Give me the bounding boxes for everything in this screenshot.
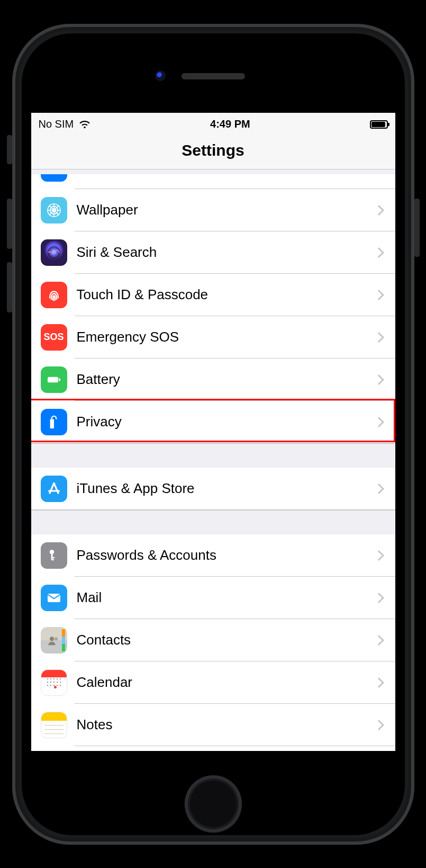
settings-row-wallpaper[interactable]: Wallpaper bbox=[31, 189, 395, 231]
settings-row-label: Mail bbox=[67, 589, 375, 606]
chevron-right-icon bbox=[374, 417, 384, 427]
chevron-right-icon bbox=[374, 484, 384, 494]
settings-row-label: Privacy bbox=[67, 414, 375, 430]
notes-icon bbox=[41, 712, 67, 738]
group-spacer bbox=[31, 443, 395, 468]
chevron-right-icon bbox=[374, 332, 384, 343]
svg-rect-6 bbox=[59, 378, 60, 381]
contacts-icon bbox=[41, 627, 67, 654]
svg-rect-5 bbox=[48, 377, 58, 382]
home-button[interactable] bbox=[185, 775, 242, 833]
battery-icon bbox=[41, 366, 67, 393]
chevron-right-icon bbox=[374, 205, 384, 216]
touchid-icon bbox=[41, 282, 67, 308]
privacy-icon bbox=[41, 409, 67, 435]
settings-row-battery[interactable]: Battery bbox=[31, 359, 395, 401]
status-bar: No SIM 4:49 PM bbox=[31, 113, 395, 136]
settings-row-appstore[interactable]: iTunes & App Store bbox=[31, 468, 395, 510]
settings-row-calendar[interactable]: Calendar bbox=[31, 661, 395, 704]
keys-icon bbox=[41, 542, 67, 569]
volume-down-button[interactable] bbox=[7, 262, 12, 312]
earpiece-speaker bbox=[182, 73, 245, 79]
settings-list[interactable]: AAWallpaperSiri & SearchTouch ID & Passc… bbox=[31, 174, 395, 751]
settings-row-label: Touch ID & Passcode bbox=[67, 287, 375, 303]
svg-rect-10 bbox=[52, 559, 54, 560]
chevron-right-icon bbox=[374, 593, 384, 603]
settings-row-sos[interactable]: SOSEmergency SOS bbox=[31, 316, 395, 359]
settings-row-label: Notes bbox=[67, 717, 375, 733]
volume-up-button[interactable] bbox=[7, 199, 12, 249]
chevron-right-icon bbox=[374, 720, 384, 730]
mail-icon bbox=[41, 585, 67, 611]
settings-row-passwords[interactable]: Passwords & Accounts bbox=[31, 534, 395, 577]
settings-group: AAWallpaperSiri & SearchTouch ID & Passc… bbox=[31, 174, 395, 443]
page-title: Settings bbox=[31, 136, 395, 169]
display-icon: AA bbox=[41, 174, 67, 182]
chevron-right-icon bbox=[374, 374, 384, 385]
chevron-right-icon bbox=[374, 550, 384, 561]
settings-row-contacts[interactable]: Contacts bbox=[31, 619, 395, 661]
chevron-right-icon bbox=[374, 677, 384, 688]
wifi-icon bbox=[79, 119, 90, 130]
settings-row-touchid[interactable]: Touch ID & Passcode bbox=[31, 274, 395, 316]
svg-point-12 bbox=[50, 637, 54, 641]
front-camera bbox=[155, 70, 166, 81]
settings-row-notes[interactable]: Notes bbox=[31, 704, 395, 746]
carrier-label: No SIM bbox=[39, 118, 74, 130]
svg-rect-11 bbox=[48, 594, 60, 602]
settings-row-label: Contacts bbox=[67, 632, 375, 648]
settings-row-label: Siri & Search bbox=[67, 244, 375, 261]
sos-icon: SOS bbox=[41, 324, 67, 351]
group-spacer bbox=[31, 510, 395, 534]
settings-row-label: Emergency SOS bbox=[67, 329, 375, 345]
screen: No SIM 4:49 PM Settings AAWallpaperSiri … bbox=[31, 113, 395, 751]
svg-point-13 bbox=[54, 637, 57, 640]
top-bezel bbox=[22, 33, 405, 113]
iphone-frame: No SIM 4:49 PM Settings AAWallpaperSiri … bbox=[12, 24, 414, 845]
settings-group: Passwords & AccountsMailContactsCalendar… bbox=[31, 534, 395, 751]
appstore-icon bbox=[41, 476, 67, 502]
settings-row-label: Calendar bbox=[67, 674, 375, 691]
battery-icon bbox=[370, 120, 388, 129]
bottom-bezel bbox=[22, 751, 405, 835]
svg-rect-9 bbox=[52, 557, 55, 558]
settings-group: iTunes & App Store bbox=[31, 468, 395, 510]
power-button[interactable] bbox=[414, 199, 420, 257]
settings-row-label: Wallpaper bbox=[67, 202, 375, 218]
mute-switch[interactable] bbox=[7, 135, 12, 164]
settings-row-siri[interactable]: Siri & Search bbox=[31, 231, 395, 274]
clock-label: 4:49 PM bbox=[90, 118, 369, 130]
phone-inner: No SIM 4:49 PM Settings AAWallpaperSiri … bbox=[22, 33, 405, 835]
calendar-icon bbox=[41, 669, 67, 696]
svg-rect-8 bbox=[51, 553, 52, 560]
settings-row-label: iTunes & App Store bbox=[67, 480, 375, 497]
chevron-right-icon bbox=[374, 290, 384, 300]
settings-row-display[interactable]: AA bbox=[31, 174, 395, 189]
settings-row-mail[interactable]: Mail bbox=[31, 577, 395, 619]
settings-row-label: Passwords & Accounts bbox=[67, 547, 375, 563]
settings-row-privacy[interactable]: Privacy bbox=[31, 401, 395, 443]
settings-row-reminders[interactable]: Reminders bbox=[31, 746, 395, 751]
siri-icon bbox=[41, 239, 67, 266]
chevron-right-icon bbox=[374, 247, 384, 258]
wallpaper-icon bbox=[41, 197, 67, 223]
chevron-right-icon bbox=[374, 635, 384, 646]
settings-row-label: Battery bbox=[67, 371, 375, 388]
